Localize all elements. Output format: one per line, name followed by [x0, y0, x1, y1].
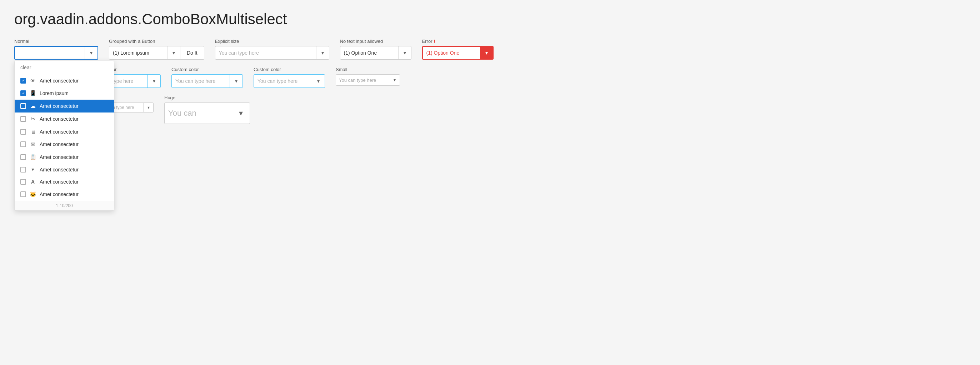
custom-color-3-arrow[interactable]: ▾ — [312, 75, 325, 88]
item-2-checkbox[interactable] — [21, 90, 26, 96]
dropdown-count: 1-10/200 — [14, 201, 114, 210]
huge-arrow[interactable]: ▾ — [232, 103, 250, 124]
explicit-size-value: You can type here — [215, 46, 316, 59]
page-title: org.vaadin.addons.ComboBoxMultiselect — [14, 11, 966, 28]
item-1-icon: 👁 — [30, 78, 36, 84]
normal-combo-arrow[interactable]: ▾ — [84, 47, 97, 59]
item-7-checkbox[interactable] — [21, 154, 26, 160]
normal-dropdown: clear 👁 Amet consectetur 📱 Lorem ipsum ☁… — [14, 61, 114, 211]
error-combo[interactable]: (1) Option One ▾ — [422, 46, 493, 60]
custom-color-3-group: Custom color You can type here ▾ — [254, 67, 325, 88]
explicit-size-label: Explicit size — [215, 38, 329, 44]
small-arrow[interactable]: ▾ — [389, 75, 399, 85]
item-9-icon: A — [30, 179, 36, 185]
item-3-icon: ☁ — [30, 103, 36, 109]
error-label: Error! — [422, 38, 493, 44]
section-title: .ComboBox — [14, 131, 966, 144]
error-value: (1) Option One — [423, 47, 480, 59]
dropdown-clear[interactable]: clear — [14, 61, 114, 74]
custom-color-2-label: Custom color — [172, 67, 243, 72]
item-9-checkbox[interactable] — [21, 179, 26, 185]
dropdown-item-10[interactable]: 🐱 Amet consectetur — [14, 188, 114, 201]
item-4-checkbox[interactable] — [21, 116, 26, 122]
item-3-checkbox[interactable] — [21, 103, 26, 109]
item-7-text: Amet consectetur — [40, 154, 79, 160]
no-text-group: No text input allowed (1) Option One ▾ — [340, 38, 411, 60]
item-10-checkbox[interactable] — [21, 191, 26, 197]
grouped-combo[interactable]: (1) Lorem ipsum ▾ — [109, 46, 180, 60]
item-7-icon: 📋 — [30, 154, 36, 160]
grouped-group: Grouped with a Button (1) Lorem ipsum ▾ … — [109, 38, 204, 60]
custom-color-2-value: You can type here — [172, 75, 230, 88]
dropdown-item-4[interactable]: ✂ Amet consectetur — [14, 113, 114, 125]
item-4-text: Amet consectetur — [40, 116, 79, 122]
tiny-arrow[interactable]: ▾ — [143, 103, 153, 112]
custom-color-1-arrow[interactable]: ▾ — [148, 75, 161, 88]
item-4-icon: ✂ — [30, 116, 36, 122]
item-3-text: Amet consectetur — [40, 103, 79, 109]
item-6-checkbox[interactable] — [21, 142, 26, 147]
row-1: Normal ▾ clear 👁 Amet consectetur 📱 Lore… — [14, 38, 966, 60]
dropdown-item-3[interactable]: ☁ Amet consectetur — [14, 100, 114, 113]
custom-color-3-value: You can type here — [254, 75, 312, 88]
no-text-combo[interactable]: (1) Option One ▾ — [340, 46, 411, 60]
row-3: Borderless You can type here ▾ Tiny You … — [14, 95, 966, 124]
error-arrow[interactable]: ▾ — [480, 47, 493, 59]
custom-color-3-label: Custom color — [254, 67, 325, 72]
normal-combo[interactable]: ▾ — [14, 46, 98, 60]
item-5-text: Amet consectetur — [40, 129, 79, 135]
custom-color-2-group: Custom color You can type here ▾ — [172, 67, 243, 88]
do-it-button[interactable]: Do It — [180, 46, 204, 60]
small-label: Small — [336, 67, 400, 72]
item-10-text: Amet consectetur — [40, 191, 79, 197]
dropdown-item-1[interactable]: 👁 Amet consectetur — [14, 74, 114, 87]
item-2-icon: 📱 — [30, 90, 36, 96]
normal-group: Normal ▾ clear 👁 Amet consectetur 📱 Lore… — [14, 38, 98, 60]
dropdown-item-2[interactable]: 📱 Lorem ipsum — [14, 87, 114, 100]
item-8-text: Amet consectetur — [40, 167, 79, 172]
item-6-text: Amet consectetur — [40, 142, 79, 147]
error-group: Error! (1) Option One ▾ — [422, 38, 493, 60]
item-2-text: Lorem ipsum — [40, 90, 68, 96]
item-5-icon: 🖥 — [30, 129, 36, 135]
normal-label: Normal — [14, 38, 98, 44]
no-text-value: (1) Option One — [340, 46, 398, 59]
item-8-checkbox[interactable] — [21, 167, 26, 172]
grouped-label: Grouped with a Button — [109, 38, 204, 44]
custom-color-3-combo[interactable]: You can type here ▾ — [254, 74, 325, 88]
custom-color-2-arrow[interactable]: ▾ — [230, 75, 242, 88]
grouped-combo-arrow[interactable]: ▾ — [167, 46, 180, 59]
small-combo[interactable]: You can type here ▾ — [336, 74, 400, 86]
explicit-size-combo[interactable]: You can type here ▾ — [215, 46, 329, 60]
item-10-icon: 🐱 — [30, 191, 36, 198]
item-1-text: Amet consectetur — [40, 78, 79, 84]
huge-combo[interactable]: You can ▾ — [164, 102, 250, 124]
dropdown-item-9[interactable]: A Amet consectetur — [14, 176, 114, 188]
normal-combo-input[interactable] — [15, 47, 84, 59]
row-2: Disabled You can type here ▾ Custom colo… — [14, 67, 966, 88]
item-5-checkbox[interactable] — [21, 129, 26, 135]
huge-label: Huge — [164, 95, 250, 100]
dropdown-item-5[interactable]: 🖥 Amet consectetur — [14, 125, 114, 138]
error-indicator: ! — [434, 38, 435, 44]
small-group: Small You can type here ▾ — [336, 67, 400, 88]
small-value: You can type here — [336, 75, 389, 85]
dropdown-item-7[interactable]: 📋 Amet consectetur — [14, 151, 114, 164]
grouped-combo-value: (1) Lorem ipsum — [109, 46, 167, 59]
huge-group: Huge You can ▾ — [164, 95, 250, 124]
huge-value: You can — [165, 103, 232, 124]
explicit-size-group: Explicit size You can type here ▾ — [215, 38, 329, 60]
custom-color-2-combo[interactable]: You can type here ▾ — [172, 74, 243, 88]
grouped-wrapper: (1) Lorem ipsum ▾ Do It — [109, 46, 204, 60]
item-9-text: Amet consectetur — [40, 179, 79, 185]
item-6-icon: ✉ — [30, 141, 36, 148]
item-1-checkbox[interactable] — [21, 78, 26, 84]
no-text-arrow[interactable]: ▾ — [398, 46, 411, 59]
item-8-icon: ▼ — [30, 167, 36, 172]
dropdown-item-6[interactable]: ✉ Amet consectetur — [14, 138, 114, 151]
explicit-size-arrow[interactable]: ▾ — [316, 46, 329, 59]
dropdown-item-8[interactable]: ▼ Amet consectetur — [14, 164, 114, 176]
no-text-label: No text input allowed — [340, 38, 411, 44]
